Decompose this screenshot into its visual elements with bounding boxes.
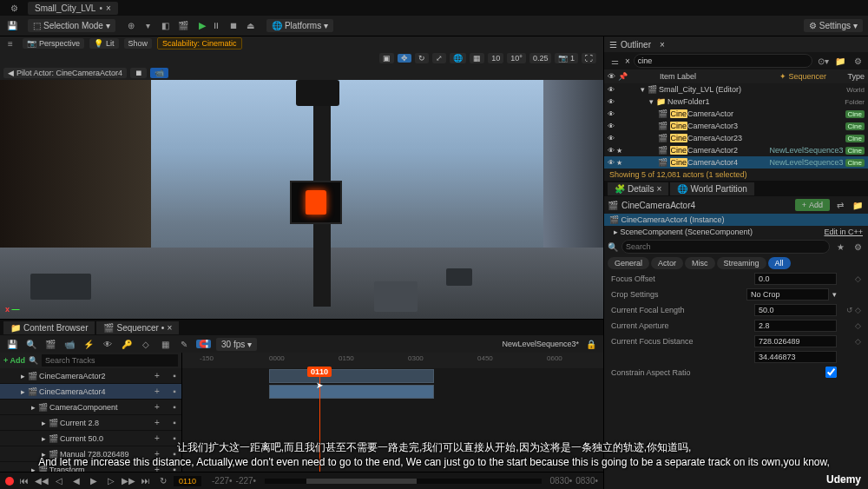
step-back-icon[interactable]: ◁ bbox=[52, 474, 66, 488]
seq-save-icon[interactable]: 💾 bbox=[5, 337, 19, 351]
seq-find-icon[interactable]: 🔍 bbox=[24, 337, 38, 351]
content-browser-tab[interactable]: 📁 Content Browser bbox=[3, 321, 95, 334]
filter-misc[interactable]: Misc bbox=[685, 257, 715, 269]
platforms-dropdown[interactable]: 🌐 Platforms ▾ bbox=[266, 19, 333, 32]
seq-search-input[interactable] bbox=[42, 354, 178, 367]
stop-icon[interactable]: ⏹ bbox=[227, 19, 240, 33]
outliner-row[interactable]: 👁 ★🎬 CineCameraActor2NewLevelSequence3Ci… bbox=[604, 144, 868, 156]
sequencer-tab[interactable]: 🎬 Sequencer • × bbox=[96, 321, 179, 334]
filter-all[interactable]: All bbox=[768, 257, 791, 269]
track-mute-icon[interactable]: ▪ bbox=[168, 416, 181, 430]
select-tool[interactable]: ▣ bbox=[379, 53, 394, 63]
timeline-clip[interactable] bbox=[269, 369, 434, 383]
next-key-icon[interactable]: ▶▶ bbox=[122, 474, 135, 488]
outliner-row[interactable]: 👁 🎬 CineCameraActor3Cine bbox=[604, 120, 868, 132]
outliner-row[interactable]: 👁 ▾ 🎬 Small_City_LVL (Editor)World bbox=[604, 83, 868, 96]
camera-speed[interactable]: 📷 1 bbox=[555, 53, 578, 63]
track-mute-icon[interactable]: ▪ bbox=[168, 463, 181, 472]
filter-icon[interactable]: ⚌ bbox=[608, 54, 621, 68]
track-options-icon[interactable]: + bbox=[150, 385, 164, 399]
selection-mode-dropdown[interactable]: ⬚ Selection Mode ▾ bbox=[28, 19, 115, 32]
range-end-1[interactable]: 0830• bbox=[550, 476, 573, 486]
move-tool[interactable]: ✥ bbox=[398, 54, 411, 63]
add-content-icon[interactable]: ⊕ bbox=[124, 19, 138, 33]
close-icon[interactable]: × bbox=[106, 3, 111, 13]
track-options-icon[interactable]: + bbox=[150, 432, 164, 446]
instance-row[interactable]: 🎬 CineCameraActor4 (Instance) bbox=[604, 214, 868, 226]
type-col[interactable]: Type bbox=[830, 72, 865, 81]
prop-dropdown[interactable]: No Crop bbox=[746, 288, 829, 301]
scale-tool[interactable]: ⤢ bbox=[432, 53, 446, 63]
seq-camera-icon[interactable]: 📹 bbox=[62, 337, 76, 351]
track-mute-icon[interactable]: ▪ bbox=[168, 400, 181, 414]
show-dropdown[interactable]: Show bbox=[124, 38, 153, 49]
track-row[interactable]: ▸ 🎬 CameraComponent+▪ bbox=[0, 400, 181, 415]
world-partition-tab[interactable]: 🌐 World Partition bbox=[670, 182, 753, 195]
new-folder-icon[interactable]: 📁 bbox=[833, 54, 847, 68]
blueprints-icon[interactable]: ◧ bbox=[159, 19, 173, 33]
keyframe-icon[interactable]: ◇ bbox=[855, 274, 861, 283]
grid-snap[interactable]: 10 bbox=[488, 53, 503, 63]
filter-general[interactable]: General bbox=[608, 257, 649, 269]
filter-actor[interactable]: Actor bbox=[651, 257, 683, 269]
browse-icon[interactable]: ⇄ bbox=[833, 198, 847, 212]
pilot-chip[interactable]: ◀ Pilot Actor: CineCameraActor4 bbox=[3, 68, 127, 78]
edit-cpp-link[interactable]: Edit in C++ bbox=[824, 228, 863, 236]
keyframe-icon[interactable]: ◇ bbox=[855, 306, 861, 314]
settings-dropdown[interactable]: ⚙ Settings ▾ bbox=[804, 19, 863, 32]
prop-checkbox[interactable] bbox=[825, 367, 837, 378]
playhead[interactable]: 0110 ➤ bbox=[319, 368, 320, 472]
rotate-tool[interactable]: ↻ bbox=[415, 53, 429, 63]
current-frame-field[interactable]: 0110 bbox=[174, 476, 201, 486]
viewport[interactable]: x — bbox=[0, 80, 603, 319]
track-row[interactable]: ▸ 🎬 Transform+▪ bbox=[0, 462, 181, 472]
outliner-row[interactable]: 👁 🎬 CineCameraActorCine bbox=[604, 108, 868, 120]
coord-toggle[interactable]: 🌐 bbox=[450, 53, 466, 63]
track-mute-icon[interactable]: ▪ bbox=[168, 432, 181, 446]
timeline-body[interactable]: 0110 ➤ bbox=[182, 368, 603, 472]
outliner-row[interactable]: 👁 🎬 CineCameraActor23Cine bbox=[604, 132, 868, 144]
outliner-row[interactable]: 👁 ★🎬 CineCameraActor4NewLevelSequence3Ci… bbox=[604, 156, 868, 169]
seq-fps-dropdown[interactable]: 30 fps ▾ bbox=[216, 338, 257, 351]
outliner-row[interactable]: 👁 ▾ 📁 NewFolder1Folder bbox=[604, 96, 868, 108]
snap-toggle[interactable]: ▦ bbox=[470, 53, 484, 63]
eject-icon[interactable]: ⏏ bbox=[244, 19, 258, 33]
seq-lock-icon[interactable]: 🔒 bbox=[584, 337, 598, 351]
lit-dropdown[interactable]: 💡 Lit bbox=[89, 38, 119, 49]
reset-icon[interactable]: ↺ bbox=[846, 306, 853, 314]
add-component-button[interactable]: + Add bbox=[795, 199, 830, 211]
play-rev-icon[interactable]: ◀ bbox=[69, 474, 83, 488]
close-icon[interactable]: × bbox=[660, 40, 665, 50]
seq-add-button[interactable]: + Add bbox=[3, 356, 25, 365]
keyframe-icon[interactable]: ◇ bbox=[855, 337, 861, 346]
clear-search-icon[interactable]: × bbox=[625, 56, 630, 66]
stop-pilot-icon[interactable]: ⏹ bbox=[130, 68, 147, 78]
details-tab[interactable]: 🧩 Details × bbox=[608, 182, 668, 195]
track-mute-icon[interactable]: ▪ bbox=[168, 385, 181, 399]
cinematics-icon[interactable]: 🎬 bbox=[176, 19, 190, 33]
seq-view-icon[interactable]: 👁 bbox=[101, 337, 115, 351]
search-options-icon[interactable]: ⊙▾ bbox=[816, 54, 830, 68]
track-row[interactable]: ▸ 🎬 Current 2.8+▪ bbox=[0, 415, 181, 431]
play-fwd-icon[interactable]: ▶ bbox=[87, 474, 101, 488]
outliner-search-input[interactable] bbox=[634, 54, 812, 68]
save-icon[interactable]: 💾 bbox=[5, 19, 19, 33]
scale-snap[interactable]: 0.25 bbox=[529, 53, 552, 63]
seq-snap-icon[interactable]: ▦ bbox=[158, 337, 172, 351]
track-row[interactable]: ▸ 🎬 Current 50.0+▪ bbox=[0, 431, 181, 446]
seq-autokey-icon[interactable]: ◇ bbox=[139, 337, 153, 351]
viewport-max-icon[interactable]: ⛶ bbox=[582, 53, 596, 63]
seq-breadcrumb[interactable]: NewLevelSequence3* bbox=[502, 340, 579, 348]
prop-input[interactable] bbox=[754, 351, 837, 363]
angle-snap[interactable]: 10° bbox=[507, 53, 526, 63]
track-row[interactable]: ▸ 🎬 CineCameraActor2+▪ bbox=[0, 368, 181, 384]
loop-icon[interactable]: ↻ bbox=[156, 474, 170, 488]
outliner-settings-icon[interactable]: ⚙ bbox=[851, 54, 865, 68]
locate-icon[interactable]: 📁 bbox=[851, 198, 865, 212]
details-settings-icon[interactable]: ⚙ bbox=[851, 240, 865, 254]
track-options-icon[interactable]: + bbox=[150, 463, 164, 472]
track-mute-icon[interactable]: ▪ bbox=[168, 447, 181, 461]
scene-component-row[interactable]: ▸ SceneComponent (SceneComponent) Edit i… bbox=[604, 226, 868, 238]
close-icon[interactable]: × bbox=[657, 184, 662, 194]
filter-streaming[interactable]: Streaming bbox=[717, 257, 766, 269]
